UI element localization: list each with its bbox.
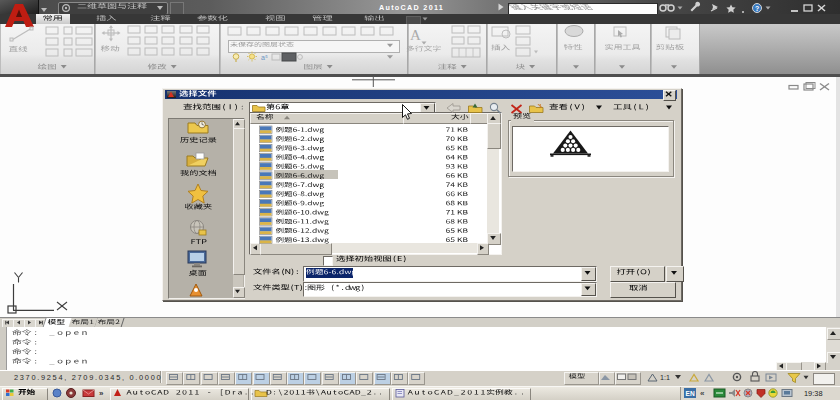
svg-text:1:1: 1:1 (660, 373, 670, 382)
svg-text:EN: EN (686, 390, 695, 397)
svg-text:»: » (99, 389, 104, 398)
svg-text:AutoCAD 2011: AutoCAD 2011 (379, 3, 444, 12)
svg-text:?: ? (755, 5, 759, 12)
svg-text:«: « (700, 389, 705, 398)
svg-text:A: A (410, 27, 421, 43)
svg-text:19:38: 19:38 (804, 389, 823, 398)
svg-text:2370.9254, 2709.0345, 0.0000: 2370.9254, 2709.0345, 0.0000 (14, 373, 162, 382)
svg-text:a⁵: a⁵ (261, 54, 268, 61)
